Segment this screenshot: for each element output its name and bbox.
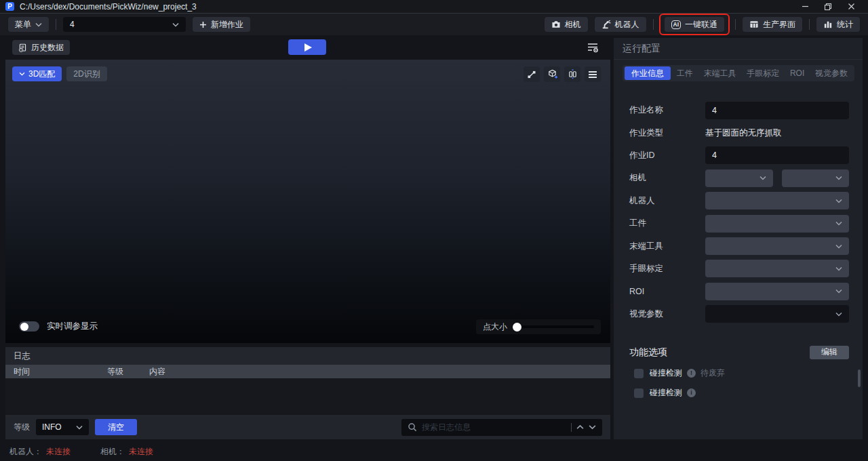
viewport-menu-button[interactable] <box>585 66 601 82</box>
camera-button-label: 相机 <box>565 19 581 31</box>
add-model-button[interactable] <box>544 66 560 82</box>
chevron-down-icon <box>835 176 842 180</box>
job-select-dropdown[interactable]: 4 <box>63 17 186 32</box>
production-grid-icon <box>749 20 759 28</box>
run-job-button[interactable] <box>288 39 326 55</box>
job-type-value: 基于圆面的无序抓取 <box>705 127 782 139</box>
ai-icon: AI <box>671 20 682 29</box>
point-cloud-viewport[interactable]: 3D匹配 2D识别 <box>5 60 610 343</box>
point-size-slider[interactable] <box>513 325 594 328</box>
end-tool-select[interactable] <box>705 237 849 255</box>
log-search-input[interactable] <box>422 422 566 432</box>
view-settings-button[interactable] <box>585 40 601 55</box>
log-controls: 等级 INFO 清空 <box>5 415 610 439</box>
chevron-down-icon <box>835 289 842 294</box>
production-ui-button[interactable]: 生产界面 <box>743 17 802 32</box>
camera-icon <box>551 20 561 28</box>
feature-options-header: 功能选项 编辑 <box>614 346 863 359</box>
chevron-down-icon <box>19 72 25 76</box>
roi-select[interactable] <box>705 283 849 300</box>
job-id-input[interactable] <box>705 146 849 164</box>
run-config-title: 运行配置 <box>623 43 660 55</box>
tab-hand-eye-calib[interactable]: 手眼标定 <box>742 66 784 80</box>
hand-eye-select[interactable] <box>705 260 849 277</box>
toolbar-divider <box>653 19 654 30</box>
minimize-button[interactable] <box>793 0 816 13</box>
collision-check-checkbox-2[interactable] <box>634 388 644 398</box>
history-data-button[interactable]: 历史数据 <box>12 40 70 55</box>
measure-tool-button[interactable] <box>524 66 540 82</box>
camera-label: 相机 <box>629 172 705 184</box>
tab-roi[interactable]: ROI <box>785 66 809 80</box>
tab-end-tool[interactable]: 末端工具 <box>698 66 741 80</box>
minimize-icon <box>802 3 809 10</box>
statistics-button[interactable]: 统计 <box>816 17 860 32</box>
toolbar-divider <box>56 19 56 30</box>
close-icon <box>848 3 855 10</box>
camera-button[interactable]: 相机 <box>545 17 588 32</box>
workpiece-select[interactable] <box>705 215 849 233</box>
collision-check-checkbox-1[interactable] <box>634 369 644 378</box>
menu-button[interactable]: 菜单 <box>8 17 49 32</box>
edit-options-button[interactable]: 编辑 <box>810 346 849 359</box>
viewport-tools <box>524 66 601 82</box>
tab-2d-detect[interactable]: 2D识别 <box>66 66 106 81</box>
bar-chart-icon <box>823 20 833 28</box>
option-row-collision-1: 碰撞检测 ! 待废弃 <box>614 368 863 379</box>
realtime-toggle[interactable] <box>19 321 39 332</box>
log-level-select[interactable]: INFO <box>36 419 89 435</box>
measure-icon <box>527 70 536 79</box>
robot-status-label: 机器人： <box>9 446 42 458</box>
split-view-button[interactable] <box>564 66 580 82</box>
job-select-value: 4 <box>70 20 172 29</box>
realtime-toggle-row: 实时调参显示 <box>19 321 98 332</box>
search-divider <box>571 423 572 432</box>
play-icon <box>304 43 312 52</box>
warning-icon: ! <box>687 369 696 378</box>
feature-options-title: 功能选项 <box>629 346 667 359</box>
chevron-down-icon <box>835 199 842 203</box>
job-info-form: 作业名称 作业类型 基于圆面的无序抓取 作业ID 相机 机器人 <box>614 99 863 325</box>
add-job-button[interactable]: 新增作业 <box>193 17 250 32</box>
chevron-down-icon <box>35 22 42 27</box>
vision-params-select[interactable] <box>705 305 849 323</box>
panel-scrollbar-thumb[interactable] <box>858 369 861 387</box>
form-row-vision-params: 视觉参数 <box>614 303 863 325</box>
search-next-button[interactable] <box>589 424 596 430</box>
clear-log-button[interactable]: 清空 <box>95 419 137 435</box>
tab-vision-params[interactable]: 视觉参数 <box>810 66 852 80</box>
robot-select[interactable] <box>705 192 849 209</box>
chevron-down-icon <box>835 221 842 226</box>
slider-knob[interactable] <box>513 323 521 332</box>
job-name-input[interactable] <box>705 102 849 119</box>
deprecated-note: 待废弃 <box>701 367 725 379</box>
toolbar-divider <box>809 19 810 30</box>
workpiece-label: 工件 <box>629 218 705 229</box>
robot-button-label: 机器人 <box>615 19 639 31</box>
annotation-highlight-box: AI 一键联通 <box>659 14 730 35</box>
tab-job-info[interactable]: 作业信息 <box>625 66 671 80</box>
one-key-connect-button[interactable]: AI 一键联通 <box>665 17 725 32</box>
form-row-hand-eye: 手眼标定 <box>614 258 863 280</box>
robot-button[interactable]: 机器人 <box>595 17 646 32</box>
search-prev-button[interactable] <box>576 424 584 430</box>
log-title-row: 日志 <box>5 347 610 365</box>
chevron-down-icon <box>76 425 83 430</box>
log-table-header: 时间 等级 内容 <box>5 365 610 378</box>
form-row-robot: 机器人 <box>614 190 863 212</box>
camera-select-2[interactable] <box>782 169 850 187</box>
tab-2d-detect-label: 2D识别 <box>73 68 100 80</box>
camera-select-1[interactable] <box>705 169 773 187</box>
tab-3d-match[interactable]: 3D匹配 <box>12 66 62 81</box>
camera-status-label: 相机： <box>100 446 125 458</box>
main-toolbar: 菜单 4 新增作业 相机 机器人 AI 一键联通 <box>0 14 868 35</box>
camera-status: 相机： 未连接 <box>100 446 153 458</box>
log-panel: 日志 时间 等级 内容 等级 INFO 清空 <box>5 347 610 439</box>
form-row-end-tool: 末端工具 <box>614 235 863 257</box>
close-button[interactable] <box>840 0 863 13</box>
maximize-icon <box>824 3 832 11</box>
tab-workpiece[interactable]: 工件 <box>672 66 698 80</box>
job-id-label: 作业ID <box>629 150 705 161</box>
history-data-label: 历史数据 <box>31 42 64 54</box>
maximize-button[interactable] <box>816 0 840 13</box>
